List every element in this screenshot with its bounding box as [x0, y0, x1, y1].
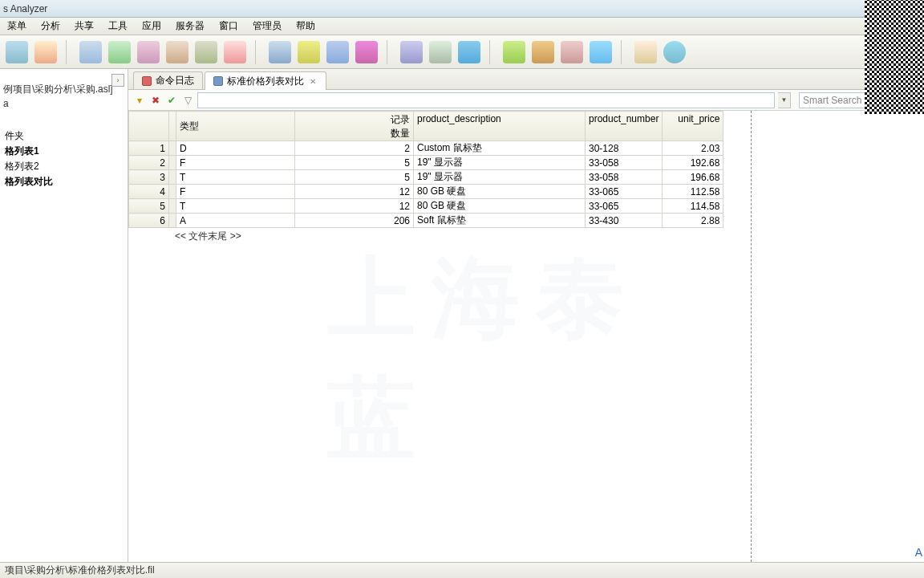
cell-price: 196.68	[663, 170, 723, 185]
tab-label: 命令日志	[156, 74, 194, 88]
cell-num: 30-128	[586, 141, 663, 156]
end-of-file: << 文件末尾 >>	[128, 228, 924, 243]
status-bar: 项目\采购分析\标准价格列表对比.fil	[0, 562, 924, 578]
cell-price: 2.88	[663, 214, 723, 228]
tool-bars2-icon[interactable]	[529, 39, 557, 66]
cell-desc: Soft 鼠标垫	[414, 214, 586, 228]
filter-apply-icon[interactable]: ▾	[133, 94, 146, 107]
filter-accept-icon[interactable]: ✔	[165, 94, 178, 107]
right-marker: A	[915, 546, 922, 559]
cell-num: 33-065	[586, 199, 663, 214]
tool-number1-icon[interactable]	[427, 39, 454, 66]
tool-db1-icon[interactable]	[77, 39, 104, 66]
cell-num: 33-065	[586, 185, 663, 199]
menu-2[interactable]: 共享	[67, 19, 101, 33]
col-marker[interactable]	[169, 112, 176, 141]
tree-item-3[interactable]: 格列表对比	[3, 174, 128, 189]
project-sub: a	[0, 98, 128, 111]
menu-4[interactable]: 应用	[135, 19, 168, 33]
cell-records: 5	[295, 170, 414, 185]
tool-sum-icon[interactable]	[324, 39, 351, 66]
cell-records: 206	[295, 214, 414, 228]
tool-open-icon[interactable]	[3, 39, 30, 66]
tab-0[interactable]: 命令日志	[133, 71, 203, 89]
menu-5[interactable]: 服务器	[168, 19, 212, 33]
table-row[interactable]: 5T1280 GB 硬盘33-065114.58	[129, 199, 723, 214]
cell-type: A	[176, 214, 295, 228]
tool-chart-icon[interactable]	[353, 39, 380, 66]
table-row[interactable]: 3T519" 显示器33-058196.68	[129, 170, 723, 185]
tab-close-icon[interactable]: ✕	[308, 77, 318, 86]
tool-help-icon[interactable]	[661, 39, 688, 66]
tool-db5-icon[interactable]	[192, 39, 220, 66]
row-marker	[169, 170, 176, 185]
cell-type: T	[176, 170, 295, 185]
row-number: 1	[129, 141, 169, 156]
cell-num: 33-430	[586, 214, 663, 228]
tab-bar: 命令日志标准价格列表对比✕	[128, 69, 924, 90]
menu-6[interactable]: 窗口	[212, 19, 245, 33]
filter-bar: ▾ ✖ ✔ ▽ ▼ Smart Search	[128, 90, 924, 111]
tree-folder[interactable]: 件夹	[3, 128, 128, 144]
row-marker	[169, 214, 176, 228]
tool-tally-icon[interactable]	[295, 39, 322, 66]
cell-num: 33-058	[586, 170, 663, 185]
table-row[interactable]: 4F1280 GB 硬盘33-065112.58	[129, 185, 723, 199]
tool-comment-icon[interactable]	[632, 39, 659, 66]
app-title: s Analyzer	[3, 3, 47, 14]
menu-1[interactable]: 分析	[34, 19, 67, 33]
row-number: 2	[129, 156, 169, 170]
tab-1[interactable]: 标准价格列表对比✕	[205, 71, 326, 90]
filter-funnel-icon[interactable]: ▽	[181, 94, 194, 107]
menu-0[interactable]: 菜单	[0, 19, 34, 33]
menu-bar: 菜单分析共享工具应用服务器窗口管理员帮助	[0, 18, 924, 35]
menu-7[interactable]: 管理员	[245, 19, 289, 33]
col-price[interactable]: unit_price	[663, 112, 723, 141]
cell-desc: Custom 鼠标垫	[414, 141, 586, 156]
title-bar: s Analyzer	[0, 0, 924, 18]
table-row[interactable]: 1D2Custom 鼠标垫30-1282.03	[129, 141, 723, 156]
status-text: 项目\采购分析\标准价格列表对比.fil	[5, 564, 155, 577]
row-marker	[169, 199, 176, 214]
row-number: 4	[129, 185, 169, 199]
tab-icon	[213, 76, 223, 86]
tool-db4-icon[interactable]	[164, 39, 191, 66]
cell-records: 12	[295, 199, 414, 214]
project-path: 例项目\采购分析\采购.asl]	[0, 69, 128, 98]
sidebar-collapse-icon[interactable]: ›	[111, 74, 124, 87]
col-num[interactable]: product_number	[586, 112, 663, 141]
cell-type: F	[176, 156, 295, 170]
tool-notes-icon[interactable]	[32, 39, 59, 66]
col-rownum[interactable]	[129, 112, 169, 141]
row-marker	[169, 185, 176, 199]
toolbar	[0, 35, 924, 69]
tool-db3-icon[interactable]	[135, 39, 162, 66]
col-desc[interactable]: product_description	[414, 112, 586, 141]
filter-dropdown-icon[interactable]: ▼	[778, 92, 791, 108]
cell-price: 192.68	[663, 156, 723, 170]
tool-sort-icon[interactable]	[398, 39, 425, 66]
filter-clear-icon[interactable]: ✖	[149, 94, 162, 107]
tool-db2-icon[interactable]	[106, 39, 133, 66]
tool-db6-icon[interactable]	[221, 39, 249, 66]
filter-input[interactable]	[197, 92, 775, 108]
tool-bars3-icon[interactable]	[558, 39, 586, 66]
cell-price: 2.03	[663, 141, 723, 156]
table-row[interactable]: 2F519" 显示器33-058192.68	[129, 156, 723, 170]
tree-item-1[interactable]: 格列表1	[3, 144, 128, 159]
tool-bars1-icon[interactable]	[500, 39, 528, 66]
tool-check-icon[interactable]	[266, 39, 294, 66]
col-records[interactable]: 记录 数量	[295, 112, 414, 141]
col-type[interactable]: 类型	[176, 112, 295, 141]
menu-8[interactable]: 帮助	[289, 19, 322, 33]
tool-bars4-icon[interactable]	[587, 39, 614, 66]
cell-desc: 80 GB 硬盘	[414, 185, 586, 199]
tab-label: 标准价格列表对比	[227, 75, 304, 88]
tool-number2-icon[interactable]	[456, 39, 483, 66]
table-row[interactable]: 6A206Soft 鼠标垫33-4302.88	[129, 214, 723, 228]
tree-item-2[interactable]: 格列表2	[3, 159, 128, 174]
menu-3[interactable]: 工具	[101, 19, 135, 33]
qr-code	[865, 0, 924, 114]
cell-price: 114.58	[663, 199, 723, 214]
cell-num: 33-058	[586, 156, 663, 170]
